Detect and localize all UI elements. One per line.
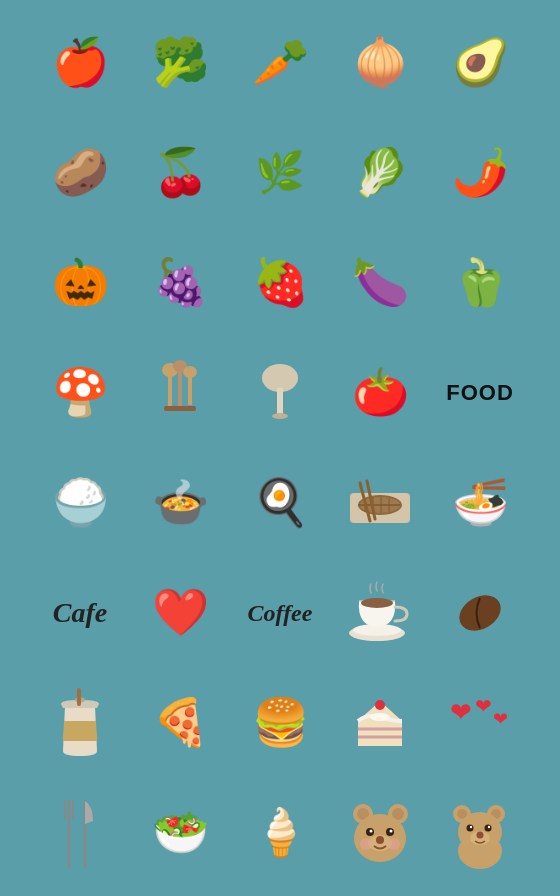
svg-rect-8 (277, 388, 283, 416)
svg-point-23 (453, 588, 507, 638)
cell-eggplant: 🍆 (330, 228, 430, 338)
svg-point-7 (262, 364, 298, 392)
cell-onion: 🧅 (330, 8, 430, 118)
svg-rect-6 (164, 406, 196, 411)
svg-text:❤: ❤ (475, 695, 492, 717)
cherries-emoji: 🍒 (152, 150, 209, 196)
svg-point-58 (484, 824, 491, 831)
cell-leek: 🌿 (230, 118, 330, 228)
radish-emoji: 🥬 (352, 150, 409, 196)
cake-svg (348, 691, 413, 756)
svg-rect-1 (168, 376, 172, 406)
grapes-emoji: 🍇 (152, 260, 209, 306)
cell-cafe-label: Cafe (30, 558, 130, 668)
eggplant-emoji: 🍆 (352, 260, 409, 306)
cell-chili: 🌶️ (430, 118, 530, 228)
pizza-emoji: 🍕 (152, 700, 209, 746)
bell-pepper-emoji: 🫑 (452, 260, 509, 306)
svg-point-29 (370, 713, 390, 721)
svg-point-59 (469, 825, 471, 827)
cell-tomato: 🍅 (330, 338, 430, 448)
cell-rice-bowl: 🍚 (30, 448, 130, 558)
cell-hearts-trio: ❤ ❤ ❤ (430, 668, 530, 778)
cell-grilled-fish (330, 448, 430, 558)
svg-point-46 (389, 829, 392, 832)
cell-fork-knife (30, 778, 130, 888)
cell-salad: 🥗 (130, 778, 230, 888)
hearts-trio-svg: ❤ ❤ ❤ (445, 693, 515, 753)
cell-fried-egg: 🍳 (230, 448, 330, 558)
svg-rect-25 (77, 688, 81, 706)
svg-point-45 (369, 829, 372, 832)
svg-point-22 (361, 598, 393, 608)
cell-enoki (130, 338, 230, 448)
svg-point-62 (476, 831, 483, 838)
cell-ice-cream: 🍦 (230, 778, 330, 888)
svg-point-9 (272, 413, 288, 419)
noodle-soup-emoji: 🍜 (452, 480, 509, 526)
tomato-emoji: 🍅 (352, 370, 409, 416)
pumpkin-emoji: 🎃 (52, 260, 109, 306)
enoki-svg (150, 358, 210, 428)
svg-point-28 (375, 700, 385, 710)
cell-apple: 🍎 (30, 8, 130, 118)
svg-text:❤: ❤ (493, 709, 508, 729)
svg-rect-5 (188, 377, 192, 405)
leek-emoji: 🌿 (255, 153, 305, 193)
cell-strawberry: 🍓 (230, 228, 330, 338)
cell-cherries: 🍒 (130, 118, 230, 228)
cell-grapes: 🍇 (130, 228, 230, 338)
cell-heart: ❤️ (130, 558, 230, 668)
cell-burger: 🍔 (230, 668, 330, 778)
soup-emoji: 🍲 (152, 480, 209, 526)
cell-soup: 🍲 (130, 448, 230, 558)
svg-point-49 (360, 838, 372, 850)
takeout-cup-svg (53, 686, 108, 761)
onion-emoji: 🧅 (352, 40, 409, 86)
food-text-label: FOOD (446, 380, 514, 406)
cell-bell-pepper: 🫑 (430, 228, 530, 338)
svg-rect-3 (178, 371, 182, 406)
cell-mushroom-brown: 🍄 (30, 338, 130, 448)
svg-point-57 (466, 824, 473, 831)
coffee-cup-svg (345, 581, 415, 646)
cell-coffee-bean (430, 558, 530, 668)
svg-text:❤: ❤ (450, 698, 472, 727)
cell-bear-front (330, 778, 430, 888)
cell-mushroom-white (230, 338, 330, 448)
cell-broccoli: 🥦 (130, 8, 230, 118)
cafe-text-label: Cafe (53, 597, 107, 629)
cell-pumpkin: 🎃 (30, 228, 130, 338)
coffee-text-label: Coffee (248, 600, 313, 627)
cell-radish: 🥬 (330, 118, 430, 228)
ice-cream-emoji: 🍦 (252, 810, 309, 856)
bear-front-svg (348, 796, 413, 871)
cell-cake (330, 668, 430, 778)
cell-coffee-label: Coffee (230, 558, 330, 668)
rice-bowl-emoji: 🍚 (52, 480, 109, 526)
emoji-grid: 🍎 🥦 🥕 🧅 🥑 🥔 🍒 🌿 🥬 🌶️ 🎃 🍇 🍓 🍆 🫑 (20, 0, 540, 896)
cell-food-label: FOOD (430, 338, 530, 448)
avocado-emoji: 🥑 (452, 40, 509, 86)
heart-emoji: ❤️ (152, 590, 209, 636)
broccoli-emoji: 🥦 (152, 40, 209, 86)
fried-egg-emoji: 🍳 (252, 480, 309, 526)
mushroom-brown-emoji: 🍄 (52, 370, 109, 416)
svg-point-48 (376, 836, 384, 844)
burger-emoji: 🍔 (252, 700, 309, 746)
cell-pizza: 🍕 (130, 668, 230, 778)
svg-point-50 (388, 838, 400, 850)
fish-tray-svg (345, 473, 415, 533)
chili-emoji: 🌶️ (452, 150, 509, 196)
bear-side-svg (448, 796, 513, 871)
coffee-bean-svg (453, 586, 508, 641)
strawberry-emoji: 🍓 (252, 260, 309, 306)
apple-emoji: 🍎 (52, 40, 109, 86)
cell-bear-side (430, 778, 530, 888)
carrot-emoji: 🥕 (252, 40, 309, 86)
cell-potato: 🥔 (30, 118, 130, 228)
cell-carrot: 🥕 (230, 8, 330, 118)
salad-emoji: 🥗 (152, 810, 209, 856)
cell-avocado: 🥑 (430, 8, 530, 118)
potato-emoji: 🥔 (52, 150, 109, 196)
